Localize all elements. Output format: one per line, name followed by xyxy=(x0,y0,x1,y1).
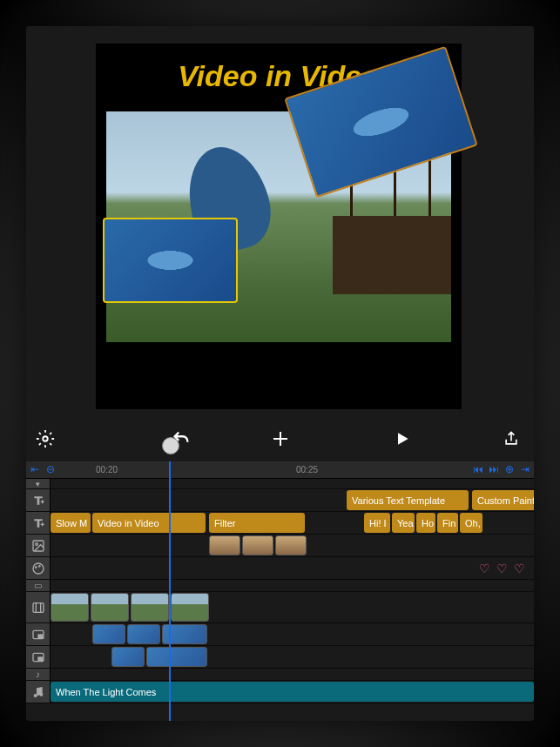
plus-icon xyxy=(270,428,291,449)
text-clip[interactable]: Video in Video xyxy=(92,513,206,533)
share-button[interactable] xyxy=(492,420,530,458)
gear-icon xyxy=(36,429,55,448)
track-sticker-2 xyxy=(26,557,534,580)
main-toolbar xyxy=(26,420,534,458)
track-body[interactable] xyxy=(51,535,534,556)
text-clip[interactable]: Fin xyxy=(437,513,458,533)
track-icon-pip[interactable] xyxy=(26,623,51,645)
image-clip[interactable] xyxy=(242,535,273,555)
track-icon-marker[interactable]: ▾ xyxy=(26,479,51,488)
pip-clip[interactable] xyxy=(146,647,207,667)
image-clip[interactable] xyxy=(209,535,240,555)
svg-point-0 xyxy=(43,436,48,441)
music-icon xyxy=(31,685,45,699)
heart-icon xyxy=(514,562,528,575)
track-sticker-1 xyxy=(26,535,534,557)
track-body[interactable] xyxy=(51,623,534,645)
share-icon xyxy=(503,430,520,448)
text-clip[interactable]: Slow M xyxy=(51,513,91,533)
svg-point-5 xyxy=(38,565,39,566)
text-clip[interactable]: Various Text Template xyxy=(347,490,469,510)
ruler-mark: 00:20 xyxy=(96,465,118,474)
zoom-controls-right: ⏮ ⏭ ⊕ ⇥ xyxy=(471,462,532,476)
svg-rect-8 xyxy=(38,635,43,637)
text-clip[interactable]: Oh, xyxy=(460,513,482,533)
text-clip[interactable]: Yea xyxy=(392,513,415,533)
pip-icon xyxy=(31,650,45,664)
track-body[interactable]: Various Text Template Custom Paint xyxy=(51,489,534,511)
track-body[interactable] xyxy=(51,557,534,579)
pip-clip[interactable] xyxy=(162,624,207,644)
track-marker: ▾ xyxy=(26,479,534,489)
image-icon xyxy=(31,539,45,553)
text-icon xyxy=(31,516,45,530)
preview-canvas: Video in Video xyxy=(96,44,462,409)
palette-icon xyxy=(31,562,45,575)
timeline-ruler[interactable]: ⇤ ⊖ 00:20 00:25 ⏮ ⏭ ⊕ ⇥ xyxy=(26,461,534,479)
ship-hull xyxy=(333,216,451,294)
ruler-mark: 00:25 xyxy=(296,465,318,474)
track-empty-1: ▭ xyxy=(26,580,534,592)
play-icon xyxy=(394,430,411,448)
video-clip[interactable] xyxy=(171,593,209,622)
track-text-1: Various Text Template Custom Paint xyxy=(26,489,534,512)
track-icon-text[interactable] xyxy=(26,512,51,534)
settings-button[interactable] xyxy=(26,420,64,458)
track-icon-image[interactable] xyxy=(26,535,51,556)
undo-icon xyxy=(172,429,191,448)
pip-clip[interactable] xyxy=(111,647,145,667)
nav-end-button[interactable]: ⇥ xyxy=(518,462,532,476)
svg-point-11 xyxy=(33,694,37,697)
nav-start-button[interactable]: ⇤ xyxy=(28,462,42,476)
pip-clip[interactable] xyxy=(92,624,125,644)
zoom-out-button[interactable]: ⊖ xyxy=(44,462,57,476)
video-clip[interactable] xyxy=(51,593,89,622)
svg-point-3 xyxy=(33,563,44,574)
svg-rect-6 xyxy=(33,602,44,612)
text-icon xyxy=(31,494,45,508)
text-clip[interactable]: Custom Paint xyxy=(472,490,534,510)
pip-overlay-2[interactable] xyxy=(103,218,238,303)
heart-icon xyxy=(479,562,493,575)
track-body[interactable] xyxy=(51,646,534,668)
text-clip[interactable]: Filter xyxy=(209,513,305,533)
track-text-2: Slow M Video in Video Filter Hi! I Yea H… xyxy=(26,512,534,535)
track-pip-1 xyxy=(26,623,534,646)
track-video-main xyxy=(26,592,534,623)
film-icon xyxy=(31,601,45,615)
track-icon-music[interactable] xyxy=(26,681,51,703)
zoom-in-button[interactable]: ⊕ xyxy=(503,462,516,476)
track-icon-video[interactable]: ▭ xyxy=(26,580,51,591)
timeline: ⇤ ⊖ 00:20 00:25 ⏮ ⏭ ⊕ ⇥ ▾ Various Text T… xyxy=(26,461,534,721)
track-icon-text[interactable] xyxy=(26,489,51,511)
undo-button[interactable] xyxy=(162,420,200,458)
track-audio: When The Light Comes xyxy=(26,681,534,703)
track-body[interactable]: Slow M Video in Video Filter Hi! I Yea H… xyxy=(51,512,534,534)
image-clip[interactable] xyxy=(275,535,307,555)
svg-point-4 xyxy=(35,567,36,568)
track-body[interactable] xyxy=(51,592,534,622)
track-icon-audio[interactable]: ♪ xyxy=(26,669,51,680)
audio-clip[interactable]: When The Light Comes xyxy=(51,682,534,702)
video-clip[interactable] xyxy=(91,593,129,622)
video-clip[interactable] xyxy=(131,593,169,622)
play-button[interactable] xyxy=(383,420,422,458)
pip-clip[interactable] xyxy=(127,624,160,644)
nav-next-button[interactable]: ⏭ xyxy=(487,462,501,476)
heart-icon xyxy=(496,562,510,575)
svg-rect-10 xyxy=(38,657,43,660)
zoom-controls-left: ⇤ ⊖ xyxy=(28,462,57,476)
track-icon-draw[interactable] xyxy=(26,557,51,579)
track-empty-2: ♪ xyxy=(26,669,534,681)
track-icon-pip[interactable] xyxy=(26,646,51,668)
text-clip[interactable]: Ho xyxy=(416,513,435,533)
sticker-clip[interactable] xyxy=(477,558,534,578)
track-icon-video[interactable] xyxy=(26,592,51,622)
nav-prev-button[interactable]: ⏮ xyxy=(471,462,485,476)
pip-icon xyxy=(31,628,45,642)
track-pip-2 xyxy=(26,646,534,669)
add-button[interactable] xyxy=(261,420,300,458)
text-clip[interactable]: Hi! I xyxy=(364,513,390,533)
track-body[interactable]: When The Light Comes xyxy=(51,681,534,703)
svg-point-12 xyxy=(39,692,43,696)
